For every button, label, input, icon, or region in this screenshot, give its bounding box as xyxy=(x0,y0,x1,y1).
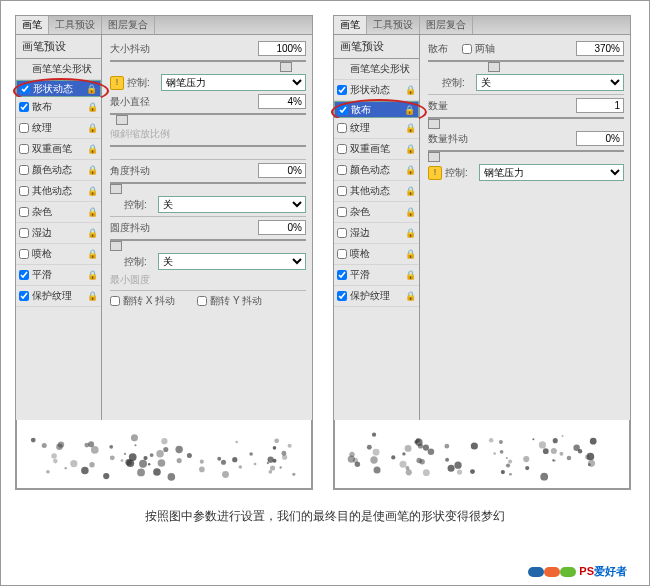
sidebar-label: 颜色动态 xyxy=(350,163,390,177)
control-select-2[interactable]: 关 xyxy=(158,196,306,213)
sidebar-item[interactable]: 平滑🔒 xyxy=(16,265,101,286)
lock-icon: 🔒 xyxy=(405,291,416,301)
sidebar-label: 喷枪 xyxy=(32,247,52,261)
sidebar-label: 保护纹理 xyxy=(32,289,72,303)
sidebar-item[interactable]: 其他动态🔒 xyxy=(334,181,419,202)
count-jitter-label: 数量抖动 xyxy=(428,132,488,146)
sidebar-checkbox[interactable] xyxy=(337,85,347,95)
sidebar-checkbox[interactable] xyxy=(337,228,347,238)
sidebar-item[interactable]: 散布🔒 xyxy=(16,97,101,118)
sidebar-label: 纹理 xyxy=(32,121,52,135)
sidebar-checkbox[interactable] xyxy=(19,228,29,238)
sidebar-checkbox[interactable] xyxy=(337,186,347,196)
sidebar-item[interactable]: 画笔笔尖形状 xyxy=(334,59,419,80)
sidebar-checkbox[interactable] xyxy=(337,270,347,280)
sidebar-checkbox[interactable] xyxy=(337,291,347,301)
sidebar-checkbox[interactable] xyxy=(337,144,347,154)
sidebar-checkbox[interactable] xyxy=(19,207,29,217)
angle-slider[interactable] xyxy=(110,182,306,192)
count-slider[interactable] xyxy=(428,117,624,127)
sidebar-item[interactable]: 保护纹理🔒 xyxy=(16,286,101,307)
sidebar-checkbox[interactable] xyxy=(337,207,347,217)
count-value[interactable] xyxy=(576,98,624,113)
control-select-2[interactable]: 钢笔压力 xyxy=(479,164,624,181)
sidebar-item[interactable]: 喷枪🔒 xyxy=(16,244,101,265)
control-select-3[interactable]: 关 xyxy=(158,253,306,270)
count-jitter-slider[interactable] xyxy=(428,150,624,160)
sidebar-item[interactable]: 其他动态🔒 xyxy=(16,181,101,202)
sidebar-item[interactable]: 颜色动态🔒 xyxy=(16,160,101,181)
count-jitter-value[interactable] xyxy=(576,131,624,146)
sidebar-label: 画笔笔尖形状 xyxy=(350,62,410,76)
sidebar-item[interactable]: 杂色🔒 xyxy=(334,202,419,223)
size-jitter-slider[interactable] xyxy=(110,60,306,70)
angle-jitter-value[interactable] xyxy=(258,163,306,178)
flipx-label: 翻转 X 抖动 xyxy=(123,294,175,308)
min-round-label: 最小圆度 xyxy=(110,273,150,287)
tab-layer[interactable]: 图层复合 xyxy=(102,16,155,34)
sidebar-item[interactable]: 湿边🔒 xyxy=(16,223,101,244)
sidebar-item[interactable]: 纹理🔒 xyxy=(16,118,101,139)
sidebar-item[interactable]: 纹理🔒 xyxy=(334,118,419,139)
lock-icon: 🔒 xyxy=(87,249,98,259)
sidebar-checkbox[interactable] xyxy=(20,84,30,94)
sidebar-item[interactable]: 颜色动态🔒 xyxy=(334,160,419,181)
size-jitter-label: 大小抖动 xyxy=(110,42,170,56)
sidebar-item[interactable]: 杂色🔒 xyxy=(16,202,101,223)
tab-layer[interactable]: 图层复合 xyxy=(420,16,473,34)
sidebar-label: 其他动态 xyxy=(32,184,72,198)
sidebar-checkbox[interactable] xyxy=(19,186,29,196)
sidebar-item[interactable]: 喷枪🔒 xyxy=(334,244,419,265)
tab-tool[interactable]: 工具预设 xyxy=(49,16,102,34)
sidebar-item[interactable]: 形状动态🔒 xyxy=(334,80,419,101)
sidebar-item[interactable]: 双重画笔🔒 xyxy=(16,139,101,160)
sidebar-checkbox[interactable] xyxy=(19,249,29,259)
control-label-2: 控制: xyxy=(124,198,158,212)
sidebar-label: 保护纹理 xyxy=(350,289,390,303)
lock-icon: 🔒 xyxy=(405,207,416,217)
lock-icon: 🔒 xyxy=(87,186,98,196)
sidebar-label: 双重画笔 xyxy=(350,142,390,156)
round-jitter-value[interactable] xyxy=(258,220,306,235)
lock-icon: 🔒 xyxy=(405,186,416,196)
lock-icon: 🔒 xyxy=(405,144,416,154)
sidebar-checkbox[interactable] xyxy=(19,102,29,112)
sidebar-item[interactable]: 形状动态🔒 xyxy=(16,80,101,97)
sidebar-item[interactable]: 湿边🔒 xyxy=(334,223,419,244)
sidebar-checkbox[interactable] xyxy=(338,105,348,115)
sidebar-checkbox[interactable] xyxy=(337,165,347,175)
control-select[interactable]: 关 xyxy=(476,74,624,91)
flipx-checkbox[interactable] xyxy=(110,296,120,306)
sidebar-checkbox[interactable] xyxy=(337,123,347,133)
tab-brush[interactable]: 画笔 xyxy=(16,16,49,34)
control-label: 控制: xyxy=(442,76,476,90)
sidebar-item[interactable]: 平滑🔒 xyxy=(334,265,419,286)
round-slider[interactable] xyxy=(110,239,306,249)
sidebar-checkbox[interactable] xyxy=(19,291,29,301)
min-dia-slider[interactable] xyxy=(110,113,306,123)
tab-brush[interactable]: 画笔 xyxy=(334,16,367,34)
size-jitter-value[interactable] xyxy=(258,41,306,56)
control-select[interactable]: 钢笔压力 xyxy=(161,74,306,91)
sidebar-checkbox[interactable] xyxy=(337,249,347,259)
sidebar-item[interactable]: 保护纹理🔒 xyxy=(334,286,419,307)
sidebar-head[interactable]: 画笔预设 xyxy=(16,35,101,59)
sidebar-checkbox[interactable] xyxy=(19,270,29,280)
sidebar-item[interactable]: 画笔笔尖形状 xyxy=(16,59,101,80)
sidebar-checkbox[interactable] xyxy=(19,165,29,175)
scatter-slider[interactable] xyxy=(428,60,624,70)
min-dia-value[interactable] xyxy=(258,94,306,109)
flipy-checkbox[interactable] xyxy=(197,296,207,306)
sidebar-checkbox[interactable] xyxy=(19,144,29,154)
sidebar-item[interactable]: 散布🔒 xyxy=(334,101,419,118)
brush-options-sidebar: 画笔预设 画笔笔尖形状形状动态🔒散布🔒纹理🔒双重画笔🔒颜色动态🔒其他动态🔒杂色🔒… xyxy=(334,35,420,420)
sidebar-item[interactable]: 双重画笔🔒 xyxy=(334,139,419,160)
tab-tool[interactable]: 工具预设 xyxy=(367,16,420,34)
sidebar-head[interactable]: 画笔预设 xyxy=(334,35,419,59)
lock-icon: 🔒 xyxy=(405,123,416,133)
lock-icon: 🔒 xyxy=(87,144,98,154)
min-dia-label: 最小直径 xyxy=(110,95,170,109)
both-axes-checkbox[interactable] xyxy=(462,44,472,54)
sidebar-checkbox[interactable] xyxy=(19,123,29,133)
scatter-value[interactable] xyxy=(576,41,624,56)
